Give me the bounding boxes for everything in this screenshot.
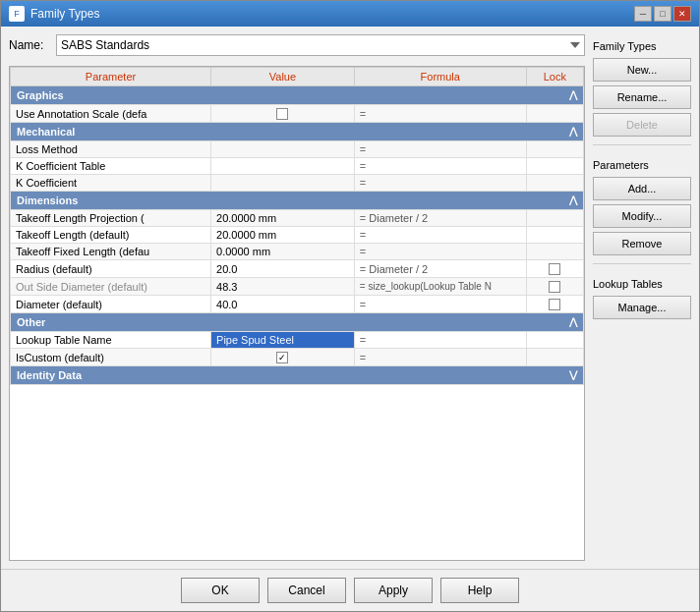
param-diameter: Diameter (default) [11,296,211,313]
checkbox-lock-diameter[interactable] [549,299,560,310]
section-dimensions-label: Dimensions ⋀ [11,192,584,210]
value-loss-method [211,141,355,158]
table-row: Diameter (default) 40.0 = [11,296,584,313]
table-row: K Coefficient Table = [11,158,584,175]
col-lock: Lock [526,68,583,86]
table-row: Use Annotation Scale (defa = [11,105,584,123]
name-row: Name: SABS Standards [9,34,585,56]
table-row: Lookup Table Name Pipe Spud Steel = [11,332,584,349]
value-k-coeff-table [211,158,355,175]
collapse-icon[interactable]: ⋀ [569,89,577,100]
formula-iscustom: = [354,349,526,366]
parameters-label: Parameters [593,159,691,171]
table-row: Takeoff Length (default) 20.0000 mm = [11,227,584,244]
lock-k-coeff-table [526,158,583,175]
window-title: Family Types [30,7,99,21]
lock-iscustom [526,349,583,366]
title-bar: F Family Types ─ □ ✕ [1,1,699,27]
add-button[interactable]: Add... [593,177,691,200]
formula-k-coeff-table: = [354,158,526,175]
delete-button[interactable]: Delete [593,113,691,137]
value-takeoff-len: 20.0000 mm [211,227,355,244]
section-identity-label: Identity Data ⋁ [11,366,584,385]
value-k-coeff [211,175,355,192]
table-row: Out Side Diameter (default) 48.3 = size_… [11,278,584,296]
lock-takeoff-proj [526,210,583,227]
param-radius: Radius (default) [11,260,211,278]
formula-diameter: = [354,296,526,313]
close-button[interactable]: ✕ [673,6,691,22]
dialog-footer: OK Cancel Apply Help [1,569,699,611]
formula-loss-method: = [354,141,526,158]
right-panel: Family Types New... Rename... Delete Par… [593,34,691,561]
divider1 [593,144,691,145]
remove-button[interactable]: Remove [593,232,691,255]
family-types-label: Family Types [593,40,691,52]
formula-takeoff-proj: = Diameter / 2 [354,210,526,227]
value-takeoff-proj: 20.0000 mm [211,210,355,227]
param-use-annotation: Use Annotation Scale (defa [11,105,211,123]
formula-k-coeff: = [354,175,526,192]
formula-outside-diam: = size_lookup(Lookup Table N [354,278,526,296]
table-header-row: Parameter Value Formula Lock [11,68,584,86]
table-row: Takeoff Length Projection ( 20.0000 mm =… [11,210,584,227]
manage-button[interactable]: Manage... [593,296,691,319]
rename-button[interactable]: Rename... [593,85,691,109]
family-types-dialog: F Family Types ─ □ ✕ Name: SABS Standard… [0,0,700,612]
collapse-icon-dimensions[interactable]: ⋀ [569,195,577,205]
lock-loss-method [526,141,583,158]
col-value: Value [211,68,355,86]
table-row: Takeoff Fixed Length (defau 0.0000 mm = [11,244,584,260]
checkbox-annotation[interactable] [276,108,288,120]
section-graphics-label: Graphics ⋀ [11,86,584,105]
lock-diameter [526,296,583,313]
lock-takeoff-len [526,227,583,244]
parameters-table: Parameter Value Formula Lock Graphics ⋀ [10,67,584,385]
value-takeoff-fixed: 0.0000 mm [211,244,355,260]
param-takeoff-len: Takeoff Length (default) [11,227,211,244]
name-select[interactable]: SABS Standards [56,34,585,56]
ok-button[interactable]: OK [181,578,260,603]
collapse-icon-mechanical[interactable]: ⋀ [569,126,577,137]
cancel-button[interactable]: Cancel [267,578,346,603]
formula-use-annotation: = [354,105,526,123]
checkbox-lock-radius[interactable] [549,263,560,275]
lock-lookup-table-name [526,332,583,349]
value-diameter: 40.0 [211,296,355,313]
table-row: K Coefficient = [11,175,584,192]
dialog-body: Name: SABS Standards Parameter Value For… [1,27,699,569]
help-button[interactable]: Help [440,578,519,603]
col-parameter: Parameter [11,68,211,86]
value-iscustom [211,349,355,366]
value-use-annotation [211,105,355,123]
value-lookup-table-name[interactable]: Pipe Spud Steel [211,332,355,349]
lock-k-coeff [526,175,583,192]
section-graphics: Graphics ⋀ [11,86,584,105]
checkbox-lock-outside-diam[interactable] [549,281,560,293]
formula-lookup-table-name: = [354,332,526,349]
collapse-icon-other[interactable]: ⋀ [569,316,577,327]
param-lookup-table-name: Lookup Table Name [11,332,211,349]
param-iscustom: IsCustom (default) [11,349,211,366]
apply-button[interactable]: Apply [354,578,433,603]
value-radius: 20.0 [211,260,355,278]
table-row: Radius (default) 20.0 = Diameter / 2 [11,260,584,278]
param-outside-diam: Out Side Diameter (default) [11,278,211,296]
lock-outside-diam [526,278,583,296]
formula-takeoff-fixed: = [354,244,526,260]
checkbox-iscustom[interactable] [276,352,288,363]
modify-button[interactable]: Modify... [593,204,691,228]
maximize-button[interactable]: □ [654,6,671,22]
left-panel: Name: SABS Standards Parameter Value For… [9,34,585,561]
app-icon: F [9,6,25,22]
minimize-button[interactable]: ─ [634,6,652,22]
section-mechanical-label: Mechanical ⋀ [11,123,584,141]
lookup-tables-label: Lookup Tables [593,278,691,290]
section-mechanical: Mechanical ⋀ [11,123,584,141]
col-formula: Formula [354,68,526,86]
parameters-table-container: Parameter Value Formula Lock Graphics ⋀ [9,66,585,561]
divider2 [593,263,691,264]
new-button[interactable]: New... [593,58,691,82]
collapse-icon-identity[interactable]: ⋁ [569,369,577,380]
lock-use-annotation [526,105,583,123]
